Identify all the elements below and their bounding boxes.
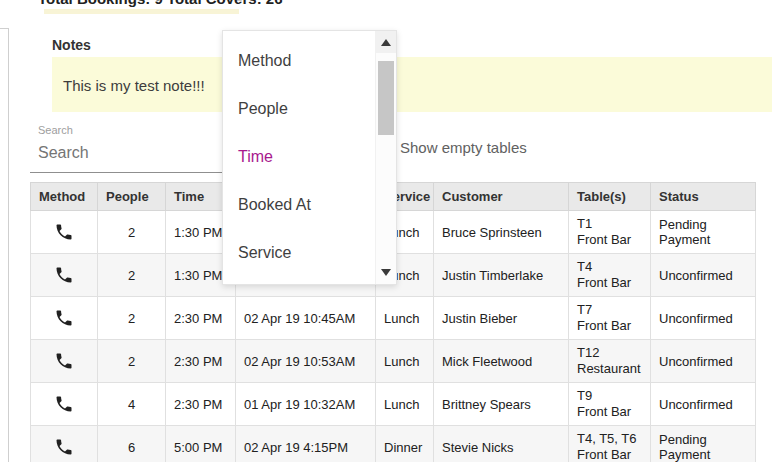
table-row[interactable]: 65:00 PM02 Apr 19 4:15PMDinnerStevie Nic…: [31, 426, 756, 462]
people-cell: 2: [98, 211, 166, 254]
service-cell: Lunch: [376, 340, 434, 383]
triangle-up-icon: [381, 39, 391, 46]
method-cell: [31, 340, 98, 383]
customer-cell: Justin Bieber: [434, 297, 569, 340]
status-cell: Unconfirmed: [651, 383, 756, 426]
customer-cell: Justin Timberlake: [434, 254, 569, 297]
table-row[interactable]: 22:30 PM02 Apr 19 10:45AMLunchJustin Bie…: [31, 297, 756, 340]
table-numbers: T4, T5, T6: [577, 431, 642, 447]
phone-icon: [54, 395, 74, 410]
title-highlight-remnant: [44, 9, 239, 14]
table-row[interactable]: 22:30 PM02 Apr 19 10:53AMLunchMick Fleet…: [31, 340, 756, 383]
show-empty-tables-label[interactable]: Show empty tables: [400, 139, 527, 156]
table-area: Restaurant: [577, 361, 642, 377]
table-numbers: T12: [577, 345, 642, 361]
dropdown-scrollbar[interactable]: [375, 31, 396, 284]
bookings-page: Total Bookings: 9 Total Covers: 26 Notes…: [0, 0, 772, 462]
booked-at-cell: 01 Apr 19 10:32AM: [236, 383, 376, 426]
status-cell: Unconfirmed: [651, 254, 756, 297]
method-cell: [31, 254, 98, 297]
booked-at-cell: 02 Apr 19 10:53AM: [236, 340, 376, 383]
table-area: Front Bar: [577, 404, 642, 420]
status-cell: Pending Payment: [651, 426, 756, 462]
table-area: Front Bar: [577, 447, 642, 462]
phone-icon: [54, 266, 74, 281]
method-cell: [31, 211, 98, 254]
method-cell: [31, 383, 98, 426]
people-cell: 2: [98, 254, 166, 297]
scroll-down-button[interactable]: [376, 262, 396, 282]
column-header-status[interactable]: Status: [651, 183, 756, 211]
booked-at-cell: 02 Apr 19 4:15PM: [236, 426, 376, 462]
dropdown-item-method[interactable]: Method: [223, 37, 375, 85]
note-text: This is my test note!!!: [63, 77, 205, 94]
service-cell: Lunch: [376, 297, 434, 340]
status-cell: Unconfirmed: [651, 340, 756, 383]
people-cell: 2: [98, 297, 166, 340]
table-numbers: T9: [577, 388, 642, 404]
scroll-up-button[interactable]: [376, 31, 396, 53]
customer-cell: Stevie Nicks: [434, 426, 569, 462]
tables-cell: T12Restaurant: [569, 340, 651, 383]
page-title: Total Bookings: 9 Total Covers: 26: [38, 0, 282, 7]
people-cell: 6: [98, 426, 166, 462]
search-label: Search: [38, 124, 73, 136]
notes-heading: Notes: [52, 37, 91, 53]
column-header-people[interactable]: People: [98, 183, 166, 211]
customer-cell: Bruce Sprinsteen: [434, 211, 569, 254]
triangle-down-icon: [381, 269, 391, 276]
customer-cell: Brittney Spears: [434, 383, 569, 426]
dropdown-item-time[interactable]: Time: [223, 133, 375, 181]
column-header-method[interactable]: Method: [31, 183, 98, 211]
status-cell: Pending Payment: [651, 211, 756, 254]
phone-icon: [54, 309, 74, 324]
status-cell: Unconfirmed: [651, 297, 756, 340]
table-numbers: T1: [577, 216, 642, 232]
table-numbers: T4: [577, 259, 642, 275]
booked-at-cell: 02 Apr 19 10:45AM: [236, 297, 376, 340]
time-cell: 2:30 PM: [166, 383, 236, 426]
tables-cell: T4Front Bar: [569, 254, 651, 297]
dropdown-item-service[interactable]: Service: [223, 229, 375, 277]
customer-cell: Mick Fleetwood: [434, 340, 569, 383]
column-filter-dropdown: Method People Time Booked At Service: [222, 30, 397, 285]
tables-cell: T9Front Bar: [569, 383, 651, 426]
phone-icon: [54, 352, 74, 367]
dropdown-item-booked-at[interactable]: Booked At: [223, 181, 375, 229]
table-row[interactable]: 42:30 PM01 Apr 19 10:32AMLunchBrittney S…: [31, 383, 756, 426]
note-box: This is my test note!!!: [52, 57, 772, 112]
table-area: Front Bar: [577, 318, 642, 334]
phone-icon: [54, 438, 74, 453]
method-cell: [31, 297, 98, 340]
tables-cell: T1Front Bar: [569, 211, 651, 254]
table-numbers: T7: [577, 302, 642, 318]
service-cell: Lunch: [376, 383, 434, 426]
panel-edge: [0, 28, 9, 462]
column-header-tables[interactable]: Table(s): [569, 183, 651, 211]
table-area: Front Bar: [577, 232, 642, 248]
dropdown-item-people[interactable]: People: [223, 85, 375, 133]
method-cell: [31, 426, 98, 462]
table-area: Front Bar: [577, 275, 642, 291]
time-cell: 2:30 PM: [166, 297, 236, 340]
phone-icon: [54, 223, 74, 238]
tables-cell: T7Front Bar: [569, 297, 651, 340]
tables-cell: T4, T5, T6Front Bar: [569, 426, 651, 462]
time-cell: 5:00 PM: [166, 426, 236, 462]
people-cell: 4: [98, 383, 166, 426]
scrollbar-thumb[interactable]: [378, 61, 394, 135]
service-cell: Dinner: [376, 426, 434, 462]
people-cell: 2: [98, 340, 166, 383]
time-cell: 2:30 PM: [166, 340, 236, 383]
column-header-customer[interactable]: Customer: [434, 183, 569, 211]
